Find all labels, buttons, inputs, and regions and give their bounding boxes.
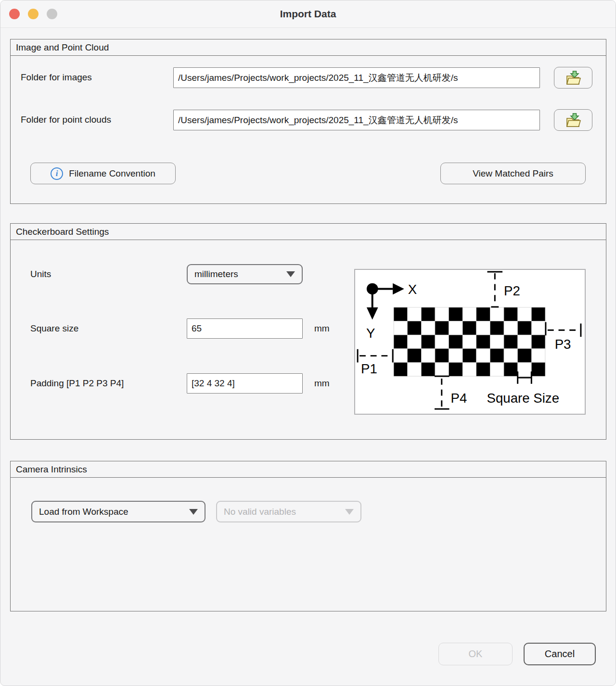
folder-images-label: Folder for images xyxy=(21,72,92,83)
p1-label: P1 xyxy=(361,361,377,376)
intrinsics-source-dropdown-value: Load from Workspace xyxy=(39,507,128,517)
p4-label: P4 xyxy=(451,391,467,406)
browse-pointclouds-button[interactable] xyxy=(554,109,592,131)
folder-import-icon xyxy=(564,112,582,128)
square-size-unit: mm xyxy=(314,323,330,334)
units-dropdown-value: millimeters xyxy=(194,269,238,279)
square-size-input[interactable] xyxy=(187,318,303,339)
window-title: Import Data xyxy=(0,0,616,27)
view-matched-pairs-label: View Matched Pairs xyxy=(473,168,553,179)
folder-import-icon xyxy=(564,70,582,86)
x-axis-label: X xyxy=(408,282,417,297)
checkerboard-squares xyxy=(394,307,545,376)
padding-label: Padding [P1 P2 P3 P4] xyxy=(30,378,124,389)
diagram-square-size-label: Square Size xyxy=(487,391,560,406)
folder-pointclouds-input[interactable] xyxy=(173,110,540,130)
image-point-cloud-section-title: Image and Point Cloud xyxy=(11,39,606,56)
y-axis-arrow-icon xyxy=(367,307,378,320)
chevron-down-icon xyxy=(345,509,354,515)
camera-intrinsics-section: Camera Intrinsics xyxy=(10,461,606,611)
checkerboard-diagram-svg: X Y P2 P3 P1 P4 xyxy=(355,270,585,414)
cancel-button[interactable]: Cancel xyxy=(524,643,596,665)
browse-images-button[interactable] xyxy=(554,67,592,89)
chevron-down-icon xyxy=(286,271,295,277)
y-axis-label: Y xyxy=(366,326,375,341)
p3-label: P3 xyxy=(555,337,571,352)
intrinsics-variables-dropdown-value: No valid variables xyxy=(224,507,296,517)
folder-images-input[interactable] xyxy=(173,67,540,88)
checkerboard-diagram: X Y P2 P3 P1 P4 xyxy=(354,269,586,415)
info-icon: i xyxy=(51,167,63,180)
checkerboard-settings-section-title: Checkerboard Settings xyxy=(11,224,606,240)
folder-pointclouds-label: Folder for point clouds xyxy=(21,114,111,125)
p2-label: P2 xyxy=(504,283,520,298)
filename-convention-button[interactable]: i Filename Convention xyxy=(30,163,176,184)
camera-intrinsics-section-title: Camera Intrinsics xyxy=(11,461,606,478)
filename-convention-label: Filename Convention xyxy=(69,168,155,179)
square-size-label: Square size xyxy=(30,323,78,334)
chevron-down-icon xyxy=(189,509,198,515)
units-dropdown[interactable]: millimeters xyxy=(187,264,303,284)
view-matched-pairs-button[interactable]: View Matched Pairs xyxy=(440,163,586,184)
ok-button: OK xyxy=(438,643,513,665)
padding-input[interactable] xyxy=(187,373,303,394)
import-data-dialog: Import Data Image and Point Cloud Folder… xyxy=(0,0,616,686)
units-label: Units xyxy=(30,269,51,279)
intrinsics-variables-dropdown: No valid variables xyxy=(216,501,361,522)
title-bar: Import Data xyxy=(0,0,616,28)
intrinsics-source-dropdown[interactable]: Load from Workspace xyxy=(31,501,205,522)
padding-unit: mm xyxy=(314,378,330,389)
x-axis-arrow-icon xyxy=(393,283,404,295)
